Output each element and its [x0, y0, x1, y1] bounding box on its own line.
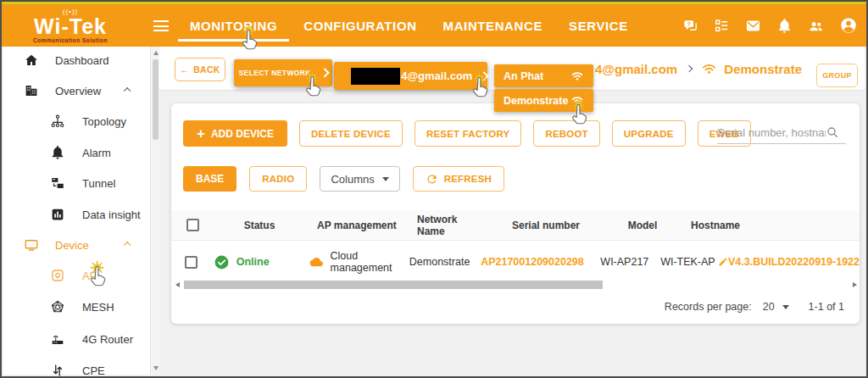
breadcrumb-network[interactable]: Demonstrate	[724, 62, 802, 76]
sidebar-item-label: AP	[82, 270, 97, 282]
breadcrumb-account[interactable]: 4@gmail.com	[595, 62, 677, 76]
tab-radio[interactable]: RADIO	[249, 166, 307, 192]
view-tabs-row: BASE RADIO Columns REFRESH	[183, 166, 504, 192]
status-cell: Online	[212, 254, 299, 270]
scroll-down-arrow[interactable]	[153, 366, 159, 370]
wifi-icon	[570, 94, 584, 108]
plus-icon: +	[197, 126, 205, 141]
wifi-icon	[570, 69, 584, 83]
column-header-ap-management[interactable]: AP management	[305, 220, 405, 231]
chevron-up-icon[interactable]	[124, 242, 131, 249]
select-all-checkbox[interactable]	[186, 219, 199, 231]
witek-logo: ((•)) Wi-Tek Communication Solution	[15, 8, 125, 43]
model-cell: WI-AP217	[589, 256, 660, 268]
sidebar-item-mesh[interactable]: MESH	[3, 293, 148, 320]
chevron-right-icon	[480, 71, 489, 81]
scroll-up-arrow[interactable]	[153, 51, 159, 55]
sidebar-item-tunnel[interactable]: Tunnel	[3, 170, 148, 197]
select-network-overlay-button[interactable]: SELECT NETWORK	[234, 59, 332, 86]
users-icon[interactable]	[808, 18, 824, 34]
delete-device-button[interactable]: DELETE DEVICE	[299, 120, 403, 147]
column-header-status[interactable]: Status	[214, 220, 305, 231]
chevron-right-icon	[686, 65, 693, 73]
pagination-range: 1-1 of 1	[809, 301, 844, 313]
sidebar-item-label: Overview	[55, 85, 101, 97]
reboot-button[interactable]: REBOOT	[533, 120, 599, 147]
sidebar-item-dashboard[interactable]: Dashboard	[3, 47, 148, 74]
ap-icon	[50, 268, 65, 283]
dropdown-item-label: An Phat	[504, 70, 543, 82]
group-button[interactable]: GROUP	[816, 64, 858, 87]
back-button[interactable]: ← BACK	[175, 58, 225, 81]
dropdown-item-demonstrate[interactable]: Demonstrate	[494, 89, 593, 112]
device-monitor-icon	[24, 237, 39, 253]
device-list-card: + ADD DEVICE DELETE DEVICE RESET FACTORY…	[171, 103, 860, 324]
sidebar-item-4g-router[interactable]: 4G Router	[3, 325, 148, 353]
chevron-up-icon[interactable]	[124, 87, 131, 95]
breadcrumb: 4@gmail.com Demonstrate	[595, 47, 802, 91]
column-header-serial-number[interactable]: Serial number	[487, 220, 605, 231]
hostname-cell: WI-TEK-AP	[660, 256, 728, 268]
nav-configuration[interactable]: CONFIGURATION	[303, 19, 416, 33]
refresh-icon	[426, 173, 438, 186]
sidebar-scrollbar[interactable]	[150, 47, 159, 375]
refresh-button[interactable]: REFRESH	[413, 166, 504, 192]
columns-label: Columns	[331, 173, 374, 186]
nav-service[interactable]: SERVICE	[569, 19, 628, 33]
cpe-icon	[50, 363, 65, 378]
table-row: Online Cloud management Demonstrate AP21…	[171, 241, 860, 283]
topology-icon	[50, 114, 65, 129]
serial-number-link[interactable]: AP217001209020298	[476, 256, 589, 268]
caret-down-icon	[782, 305, 789, 309]
window-top-accent-line	[2, 2, 866, 4]
horizontal-scrollbar[interactable]	[171, 280, 860, 290]
sidebar-item-data-insight[interactable]: Data insight	[3, 201, 148, 228]
router-icon	[50, 331, 65, 347]
back-label: BACK	[193, 64, 220, 75]
scroll-left-arrow[interactable]	[175, 282, 180, 287]
table-header-row: Status AP management Network Name Serial…	[171, 210, 860, 241]
tab-base[interactable]: BASE	[183, 166, 236, 192]
scrollbar-thumb[interactable]	[153, 59, 159, 140]
row-checkbox[interactable]	[185, 256, 198, 269]
sidebar-item-topology[interactable]: Topology	[3, 108, 148, 135]
device-actions-row: + ADD DEVICE DELETE DEVICE RESET FACTORY…	[183, 120, 751, 147]
hamburger-menu-icon[interactable]	[153, 20, 169, 32]
dropdown-item-an-phat[interactable]: An Phat	[494, 64, 593, 87]
columns-dropdown[interactable]: Columns	[320, 166, 399, 192]
sidebar-item-device[interactable]: Device	[3, 231, 148, 258]
sidebar: Dashboard Overview Topology	[3, 47, 159, 375]
sidebar-item-overview[interactable]: Overview	[3, 77, 148, 104]
account-icon[interactable]	[839, 16, 858, 35]
edit-pencil-icon[interactable]	[718, 257, 728, 267]
column-header-hostname[interactable]: Hostname	[680, 220, 751, 231]
firmware-version-link[interactable]: V4.3.BUILD20220919-1922	[728, 256, 860, 268]
help-chat-icon[interactable]: ?	[682, 18, 698, 34]
nav-monitoring[interactable]: MONITORING	[190, 19, 277, 33]
search-icon[interactable]	[826, 125, 839, 139]
scrollbar-thumb[interactable]	[184, 281, 603, 289]
home-icon	[24, 53, 39, 68]
bell-icon[interactable]	[776, 18, 793, 34]
records-per-page-select[interactable]: 20	[763, 301, 789, 313]
column-header-model[interactable]: Model	[605, 220, 680, 231]
add-device-button[interactable]: + ADD DEVICE	[183, 120, 287, 147]
sidebar-item-label: Device	[55, 239, 89, 252]
wifi-icon	[701, 61, 717, 77]
sidebar-item-ap[interactable]: AP	[3, 262, 148, 289]
org-list-icon[interactable]	[714, 18, 730, 34]
nav-maintenance[interactable]: MAINTENANCE	[443, 19, 542, 33]
mail-icon[interactable]	[745, 18, 761, 34]
search-input[interactable]	[717, 126, 826, 139]
reset-factory-button[interactable]: RESET FACTORY	[415, 120, 521, 147]
column-header-network-name[interactable]: Network Name	[405, 214, 487, 237]
account-overlay-button[interactable]: 4@gmail.com	[334, 62, 487, 90]
cloud-icon	[309, 253, 324, 272]
back-arrow-icon: ←	[180, 64, 189, 75]
redacted-account-box	[351, 68, 400, 85]
sidebar-item-alarm[interactable]: Alarm	[3, 139, 148, 166]
status-badge: Online	[236, 256, 270, 268]
sidebar-item-cpe[interactable]: CPE	[3, 357, 148, 378]
scroll-right-arrow[interactable]	[853, 282, 857, 287]
upgrade-button[interactable]: UPGRADE	[612, 120, 686, 147]
